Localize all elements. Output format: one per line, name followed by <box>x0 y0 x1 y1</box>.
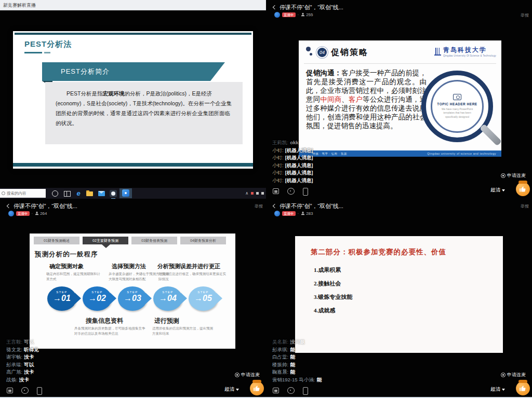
edge-browser-icon[interactable]: e <box>74 189 83 198</box>
window-titlebar[interactable]: 新竞赛解析直播 <box>0 0 266 10</box>
request-mic-button[interactable]: 申请连麦 <box>235 372 260 378</box>
viewer-count: 255 <box>301 12 313 17</box>
screen-share-icon[interactable] <box>6 387 14 394</box>
report-button[interactable]: 举报 <box>521 203 529 209</box>
tray-volume-icon[interactable] <box>256 192 259 195</box>
section-number: 04 <box>317 48 327 57</box>
chat-message: 楼振帅能 <box>272 361 322 369</box>
live-badge: 直播中 <box>16 211 30 216</box>
slide-body-text: PEST分析是指宏观环境的分析，P是政治(politics)，E是经济(econ… <box>45 82 243 128</box>
chat-icon[interactable] <box>21 387 28 394</box>
live-app-icon[interactable] <box>119 188 132 198</box>
report-button[interactable]: 举报 <box>521 12 529 18</box>
pest-slide: PEST分析法 PEST分析简介 PEST分析是指宏观环境的分析，P是政治(po… <box>13 31 253 169</box>
bottom-text: 具备预测对象的历史数据，尽可能多地搜集竞争对手的信息以及市场相关信息 <box>74 326 148 336</box>
device-icon[interactable] <box>35 387 43 394</box>
file-explorer-icon[interactable] <box>86 189 94 198</box>
slide-body-text: 促销沟通：客户接受一种产品的前提，首先是接受消费这一产品的观念。由此，企业市场营… <box>306 68 427 130</box>
active-tab-notch <box>102 244 110 248</box>
live-badge: 直播中 <box>282 12 296 17</box>
slide-bottom-bar <box>13 163 253 167</box>
tray-network-icon[interactable] <box>261 192 264 195</box>
slide-tab: 04财务预算分析 <box>180 237 226 244</box>
device-icon[interactable] <box>301 188 309 195</box>
chat-message: 小钉[机器人消息] <box>272 154 313 162</box>
cortana-icon[interactable] <box>51 189 59 198</box>
screen-share-icon[interactable] <box>272 188 280 195</box>
step-marker: STEP→03 <box>118 286 147 311</box>
task-view-icon[interactable] <box>63 189 71 198</box>
slide-tab: 01财务预测概述 <box>34 237 79 244</box>
slide-footer: 明德 · 笃学 · 弘毅 · 拓新 Qingdao university of … <box>299 150 501 157</box>
live-room-title[interactable]: 停课不停“创”，“双创”线... <box>273 4 343 11</box>
streamer-row: 直播中 · 264 <box>8 210 47 216</box>
live-quadrant-contest: 停课不停“创”，“双创”线... 举报 直播中 · 283 第二部分：积极参加竞… <box>266 199 532 398</box>
request-mic-button[interactable]: 申请连麦 <box>501 172 526 179</box>
title-underline <box>44 52 50 53</box>
desktop-quadrant: 新竞赛解析直播 PEST分析法 PEST分析简介 PEST分析是指宏观环境的分析… <box>0 0 266 199</box>
system-tray[interactable]: ∧ <box>245 188 264 199</box>
quality-selector[interactable]: 超清 <box>224 386 239 393</box>
chat-message: 彭承瑞可以 <box>6 361 39 369</box>
slide-title: PEST分析法 <box>24 39 72 49</box>
mail-icon[interactable] <box>98 189 106 198</box>
live-room-title[interactable]: 停课不停“创”，“双创”线... <box>7 202 77 210</box>
decor-dots <box>306 47 313 58</box>
chat-message: 王言毅可以 <box>6 338 39 346</box>
bottom-heading: 搜集信息资料 <box>86 317 123 325</box>
like-count-tag <box>252 380 261 383</box>
slide-title: 第二部分：积极参加竞赛的必要性、价值 <box>311 248 446 257</box>
tray-status-icon[interactable] <box>251 192 254 195</box>
like-button[interactable] <box>250 381 264 395</box>
streamer-row: 直播中 · 255 <box>274 11 313 18</box>
like-button[interactable] <box>516 381 530 395</box>
device-icon[interactable] <box>301 387 309 394</box>
chat-message: 谢宇畅没卡 <box>6 353 39 361</box>
like-count-tag <box>518 181 527 184</box>
chat-message: 小钉[机器人消息] <box>272 147 313 155</box>
taskbar-search-input[interactable]: 搜索的内容 <box>0 189 46 198</box>
screen-grid: 新竞赛解析直播 PEST分析法 PEST分析简介 PEST分析是指宏观环境的分析… <box>0 0 532 398</box>
column-text: 确定内容和范围，规定预测期限和计算方式 <box>46 271 100 282</box>
window-title: 新竞赛解析直播 <box>3 2 36 9</box>
back-icon[interactable] <box>7 204 11 208</box>
quality-selector[interactable]: 超清 <box>490 187 505 194</box>
streamer-avatar[interactable] <box>274 211 280 216</box>
step-marker: STEP→01 <box>47 286 76 311</box>
report-button[interactable]: 举报 <box>255 203 263 209</box>
thumbs-up-icon <box>519 185 527 193</box>
back-icon[interactable] <box>273 5 277 9</box>
viewer-count: 283 <box>301 211 313 216</box>
list-item: 2.接触社会 <box>314 280 341 287</box>
chat-messages: 吴名新没问题 彭承琪能 白占堂能 楼振帅能 鞠嘉晨能 营销192-15 马小涵能 <box>272 338 322 383</box>
chat-message: 白占堂能 <box>272 353 322 361</box>
chat-icon[interactable] <box>287 188 294 195</box>
step-marker: STEP→04 <box>153 286 182 311</box>
slide-title: 预测分析的一般程序 <box>35 250 98 259</box>
bottom-toolbar <box>272 387 309 394</box>
streamer-avatar[interactable] <box>8 211 14 216</box>
like-button[interactable] <box>516 182 530 196</box>
request-mic-button[interactable]: 申请连麦 <box>501 372 526 378</box>
quality-selector[interactable]: 超清 <box>490 386 505 393</box>
chevron-down-icon <box>502 389 505 391</box>
chat-message: 小钉[机器人消息] <box>272 169 313 177</box>
chat-message: 营销192-15 马小涵能 <box>272 376 322 384</box>
bottom-heading: 进行预测 <box>154 317 179 325</box>
tray-expand-icon[interactable]: ∧ <box>245 191 248 196</box>
column-text: 对预测信息进行修正，确保预测结果更接近实际情况 <box>158 271 227 282</box>
dot-separator: · <box>32 211 33 216</box>
dingtalk-icon[interactable] <box>109 189 117 198</box>
footer-motto: 明德 · 笃学 · 弘毅 · 拓新 <box>312 152 347 156</box>
person-icon <box>301 12 305 17</box>
chat-icon[interactable] <box>287 387 294 394</box>
back-icon[interactable] <box>273 204 277 208</box>
presentation-icon <box>453 94 461 100</box>
live-room-title[interactable]: 停课不停“创”，“双创”线... <box>273 202 343 210</box>
list-item: 3.锻炼专业技能 <box>314 293 352 301</box>
chat-messages: 王言毅可以 骆文龙听得见 谢宇畅没卡 彭承瑞可以 高广旭没卡 战焕没卡 <box>6 338 39 383</box>
screen-share-icon[interactable] <box>272 387 280 394</box>
chevron-down-icon <box>502 189 505 191</box>
streamer-avatar[interactable] <box>274 12 280 18</box>
university-name-cn: 青岛科技大学 <box>443 46 496 54</box>
